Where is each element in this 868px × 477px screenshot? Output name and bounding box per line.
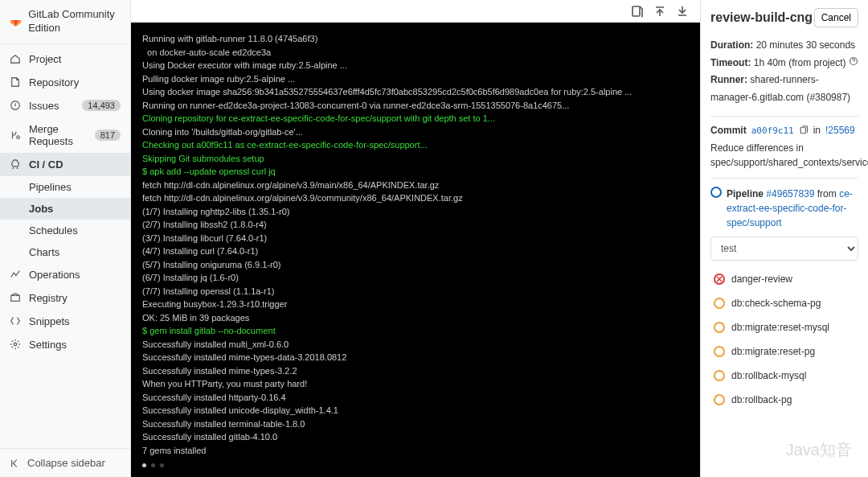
sidebar: GitLab Community Edition ProjectReposito… [0, 0, 131, 477]
runner-label: Runner: [710, 74, 747, 85]
registry-icon [10, 292, 21, 303]
job-item-db-check-schema-pg[interactable]: db:check-schema-pg [710, 291, 858, 315]
nav-label: Snippets [29, 315, 70, 327]
commit-label: Commit [710, 125, 747, 136]
nav-label: Merge Requests [29, 123, 87, 147]
job-name: db:rollback-pg [731, 394, 792, 405]
sidebar-subitem-schedules[interactable]: Schedules [0, 220, 130, 241]
svg-rect-0 [633, 6, 640, 16]
svg-rect-2 [800, 128, 805, 134]
nav-badge: 817 [95, 130, 121, 141]
ops-icon [10, 269, 21, 280]
sidebar-item-issues[interactable]: Issues14,493 [0, 94, 130, 117]
page-dot[interactable] [151, 463, 155, 467]
sidebar-item-registry[interactable]: Registry [0, 286, 130, 310]
sidebar-item-settings[interactable]: Settings [0, 333, 130, 356]
job-status-icon [714, 322, 725, 333]
collapse-icon [10, 458, 21, 469]
job-item-db-migrate-reset-mysql[interactable]: db:migrate:reset-mysql [710, 315, 858, 339]
job-status-icon [714, 298, 725, 309]
collapse-sidebar-button[interactable]: Collapse sidebar [0, 448, 130, 477]
sidebar-nav: ProjectRepositoryIssues14,493Merge Reque… [0, 44, 130, 448]
nav-label: Settings [29, 339, 67, 351]
job-status-icon [714, 273, 725, 285]
stage-select[interactable]: test [710, 236, 858, 261]
gitlab-logo-icon [10, 14, 22, 30]
job-name: db:rollback-mysql [731, 370, 806, 381]
collapse-label: Collapse sidebar [27, 457, 105, 469]
settings-icon [10, 339, 21, 350]
job-log-terminal[interactable]: Running with gitlab-runner 11.8.0 (4745a… [131, 23, 700, 457]
commit-in: in [813, 125, 821, 136]
snippets-icon [10, 315, 21, 327]
pipeline-row: Pipeline #49657839 from ce-extract-ee-sp… [710, 187, 858, 230]
issues-icon [10, 100, 21, 111]
file-icon [10, 76, 21, 88]
pipeline-from: from [817, 188, 837, 199]
job-toolbar [131, 0, 700, 23]
sidebar-subitem-pipelines[interactable]: Pipelines [0, 176, 130, 198]
main-area: Running with gitlab-runner 11.8.0 (4745a… [131, 0, 700, 477]
cancel-button[interactable]: Cancel [814, 8, 858, 27]
job-title: review-build-cng [710, 10, 813, 25]
timeout-value: 1h 40m (from project) [754, 57, 846, 68]
job-status-icon [714, 346, 725, 357]
job-status-icon [714, 394, 725, 405]
merge-icon [10, 130, 21, 141]
scroll-bottom-icon[interactable] [676, 5, 689, 18]
scroll-top-icon[interactable] [653, 5, 666, 18]
sidebar-item-project[interactable]: Project [0, 47, 130, 71]
app-title: GitLab Community Edition [28, 8, 121, 35]
job-name: db:check-schema-pg [731, 298, 821, 309]
job-details-panel: review-build-cng Cancel Duration: 20 min… [700, 0, 868, 477]
sidebar-subitem-charts[interactable]: Charts [0, 241, 130, 263]
timeout-label: Timeout: [710, 57, 751, 68]
sidebar-item-merge-requests[interactable]: Merge Requests817 [0, 117, 130, 153]
nav-badge: 14,493 [82, 100, 121, 111]
nav-label: Registry [29, 292, 68, 304]
sidebar-item-snippets[interactable]: Snippets [0, 310, 130, 333]
job-item-db-rollback-pg[interactable]: db:rollback-pg [710, 388, 858, 412]
job-name: db:migrate:reset-pg [731, 346, 815, 357]
help-icon[interactable] [849, 56, 858, 66]
pipeline-label: Pipeline [727, 188, 764, 199]
copy-icon[interactable] [799, 125, 809, 135]
nav-label: Operations [29, 269, 80, 281]
commit-row: Commit a00f9c11 in !25569 [710, 125, 858, 136]
job-item-db-rollback-mysql[interactable]: db:rollback-mysql [710, 364, 858, 388]
nav-label: Project [29, 53, 61, 65]
sidebar-item-repository[interactable]: Repository [0, 71, 130, 94]
home-icon [10, 53, 21, 64]
rocket-icon [10, 158, 21, 170]
commit-message: Reduce differences in spec/support/share… [710, 141, 858, 170]
nav-label: Repository [29, 76, 79, 88]
merge-request-link[interactable]: !25569 [825, 125, 855, 136]
job-item-danger-review[interactable]: danger-review [710, 267, 858, 291]
page-dot[interactable] [142, 463, 146, 467]
job-list: danger-reviewdb:check-schema-pgdb:migrat… [710, 267, 858, 412]
duration-value: 20 minutes 30 seconds [756, 39, 855, 51]
sidebar-item-ci-cd[interactable]: CI / CD [0, 153, 130, 176]
nav-label: CI / CD [29, 158, 63, 171]
sidebar-subitem-jobs[interactable]: Jobs [0, 198, 130, 220]
page-dot[interactable] [160, 463, 164, 467]
nav-label: Issues [29, 100, 59, 112]
job-name: danger-review [731, 273, 792, 285]
raw-log-icon[interactable] [631, 5, 644, 18]
sidebar-item-operations[interactable]: Operations [0, 263, 130, 286]
pipeline-status-icon [710, 187, 722, 198]
duration-label: Duration: [710, 39, 753, 51]
sidebar-header: GitLab Community Edition [0, 0, 130, 44]
job-meta: Duration: 20 minutes 30 seconds Timeout:… [710, 37, 858, 106]
job-item-db-migrate-reset-pg[interactable]: db:migrate:reset-pg [710, 339, 858, 364]
job-name: db:migrate:reset-mysql [731, 322, 829, 333]
pagination-dots [131, 457, 700, 477]
pipeline-id-link[interactable]: #49657839 [766, 188, 814, 199]
job-status-icon [714, 370, 725, 381]
commit-sha-link[interactable]: a00f9c11 [751, 125, 794, 136]
